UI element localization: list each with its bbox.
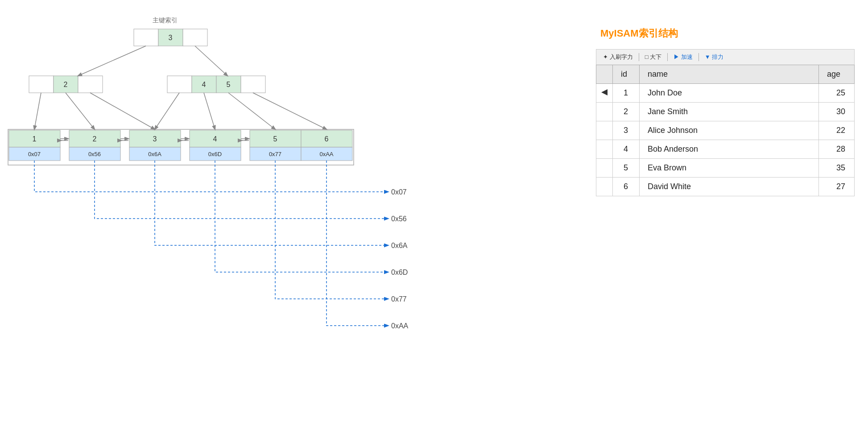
myisam-title: MyISAM索引结构 (596, 27, 855, 40)
addr-label-0x6a: 0x6A (391, 242, 408, 249)
leaf4-addr: 0x6D (208, 151, 222, 157)
cell-id: 6 (613, 178, 640, 196)
l2right-to-leaf5 (228, 93, 275, 129)
root-to-l2-left (78, 46, 146, 76)
cell-name: Bob Anderson (640, 140, 819, 159)
cell-id: 3 (613, 121, 640, 140)
toolbar-divider-1 (639, 53, 639, 61)
leaf2-val: 2 (93, 135, 97, 143)
cell-age: 35 (819, 159, 855, 178)
row-indicator-cell (596, 121, 613, 140)
toolbar-divider-3 (699, 53, 699, 61)
addr-label-0xaa: 0xAA (391, 322, 409, 330)
addr-label-0x6d: 0x6D (391, 269, 408, 276)
cell-id: 1 (613, 84, 640, 103)
cell-id: 2 (613, 103, 640, 121)
cell-id: 5 (613, 159, 640, 178)
toolbar-btn-1[interactable]: ✦ 入刷字力 (601, 52, 635, 62)
row-indicator (601, 89, 608, 95)
ptr-0xaa (327, 161, 388, 326)
l2left-to-leaf1 (34, 93, 41, 129)
ptr-0x77 (275, 161, 388, 299)
cell-name: David White (640, 178, 819, 196)
leaf3-addr: 0x6A (148, 151, 161, 157)
l2-left-a (29, 76, 54, 93)
toolbar-btn-3[interactable]: ▶ 加速 (671, 52, 695, 62)
toolbar-btn-2[interactable]: □ 大下 (643, 52, 664, 62)
cell-name: Eva Brown (640, 159, 819, 178)
cell-name: John Doe (640, 84, 819, 103)
leaf1-val: 1 (33, 135, 37, 143)
col-name: name (640, 65, 819, 84)
l2right-to-leaf4 (204, 93, 215, 129)
table-row: 3Alice Johnson22 (596, 121, 855, 140)
cell-name: Jane Smith (640, 103, 819, 121)
addr-label-0x07: 0x07 (391, 188, 407, 196)
data-table: id name age 1John Doe252Jane Smith303Ali… (596, 65, 855, 196)
leaf4-val: 4 (213, 135, 217, 143)
cell-age: 25 (819, 84, 855, 103)
root-to-l2-right (195, 46, 227, 76)
table-area: MyISAM索引结构 ✦ 入刷字力 □ 大下 ▶ 加速 ▼ 排力 id name… (596, 27, 855, 196)
leaf2-addr: 0x56 (88, 151, 101, 157)
ptr-0x6a (155, 161, 388, 245)
root-left-cell (134, 29, 158, 46)
primary-index-label: 主键索引 (153, 17, 178, 24)
leaf3-val: 3 (153, 135, 157, 143)
toolbar-divider-2 (667, 53, 668, 61)
cell-age: 27 (819, 178, 855, 196)
row-indicator-cell (596, 103, 613, 121)
btree-diagram: 主键索引 3 2 4 5 1 0x07 2 0x56 3 0x6A 4 0x6D (0, 0, 446, 430)
col-age: age (819, 65, 855, 84)
l2right-to-leaf6 (253, 93, 327, 129)
root-right-cell (183, 29, 207, 46)
row-indicator-cell (596, 159, 613, 178)
l2-left-c (78, 76, 103, 93)
table-row: 1John Doe25 (596, 84, 855, 103)
leaf5-val: 5 (273, 135, 277, 143)
root-value: 3 (169, 34, 173, 41)
table-row: 4Bob Anderson28 (596, 140, 855, 159)
l2-right-a (167, 76, 192, 93)
col-indicator (596, 65, 613, 84)
ptr-0x6d (215, 161, 388, 272)
l2left-to-leaf2 (66, 93, 95, 129)
row-indicator-cell (596, 84, 613, 103)
leaf5-addr: 0x77 (269, 151, 281, 157)
table-row: 2Jane Smith30 (596, 103, 855, 121)
row-indicator-cell (596, 140, 613, 159)
table-row: 6David White27 (596, 178, 855, 196)
l2-right-d (241, 76, 265, 93)
l2-left-value: 2 (64, 81, 68, 88)
cell-id: 4 (613, 140, 640, 159)
row-indicator-cell (596, 178, 613, 196)
l2left-to-leaf3 (90, 93, 155, 129)
cell-age: 30 (819, 103, 855, 121)
leaf6-addr: 0xAA (319, 151, 333, 157)
addr-label-0x56: 0x56 (391, 215, 407, 223)
cell-age: 22 (819, 121, 855, 140)
leaf6-val: 6 (325, 135, 329, 143)
cell-name: Alice Johnson (640, 121, 819, 140)
cell-age: 28 (819, 140, 855, 159)
col-id: id (613, 65, 640, 84)
toolbar: ✦ 入刷字力 □ 大下 ▶ 加速 ▼ 排力 (596, 49, 855, 65)
toolbar-btn-4[interactable]: ▼ 排力 (703, 52, 726, 62)
l2right-to-leaf3 (155, 93, 179, 129)
addr-label-0x77: 0x77 (391, 295, 407, 303)
l2-right-val4: 4 (202, 81, 206, 88)
l2-right-val5: 5 (227, 81, 231, 88)
table-row: 5Eva Brown35 (596, 159, 855, 178)
ptr-0x56 (95, 161, 388, 219)
leaf1-addr: 0x07 (28, 151, 41, 157)
